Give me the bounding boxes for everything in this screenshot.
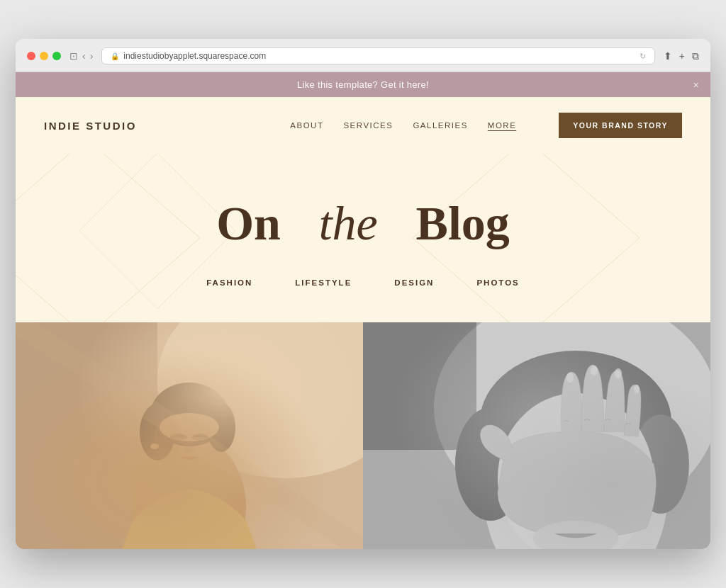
hero-title-blog: Blog xyxy=(416,196,510,250)
svg-point-15 xyxy=(184,445,195,452)
nav-more[interactable]: MORE xyxy=(488,121,517,130)
traffic-lights xyxy=(27,52,61,60)
traffic-light-green[interactable] xyxy=(52,52,61,60)
window-icon[interactable]: ⊡ xyxy=(69,50,78,62)
svg-point-33 xyxy=(615,368,622,378)
website-content: Like this template? Get it here! × INDIE… xyxy=(16,72,710,549)
browser-actions: ⬆ + ⧉ xyxy=(664,50,699,62)
new-tab-icon[interactable]: + xyxy=(679,50,685,62)
hero-section: On the Blog FASHION LIFESTYLE DESIGN PHO… xyxy=(16,154,710,322)
blog-images-grid xyxy=(16,322,710,549)
banner-text: Like this template? Get it here! xyxy=(297,79,429,90)
svg-point-25 xyxy=(632,414,689,514)
svg-point-6 xyxy=(133,436,246,549)
tabs-icon[interactable]: ⧉ xyxy=(692,50,699,62)
svg-point-30 xyxy=(593,470,596,473)
svg-point-8 xyxy=(154,398,225,480)
svg-rect-21 xyxy=(363,322,476,450)
hero-title-on: On xyxy=(216,196,281,250)
nav-links: ABOUT SERVICES GALLERIES MORE YOUR BRAND… xyxy=(290,113,682,138)
svg-rect-7 xyxy=(175,446,203,482)
svg-point-32 xyxy=(591,366,598,375)
lock-icon: 🔒 xyxy=(111,52,119,60)
back-button[interactable]: ‹ xyxy=(82,50,86,62)
nav-about[interactable]: ABOUT xyxy=(290,121,323,130)
svg-point-23 xyxy=(480,351,671,492)
banner-close-button[interactable]: × xyxy=(693,79,699,91)
svg-point-16 xyxy=(150,443,159,449)
blog-categories: FASHION LIFESTYLE DESIGN PHOTOS xyxy=(44,278,682,287)
svg-point-31 xyxy=(566,373,574,383)
svg-point-17 xyxy=(154,418,182,460)
svg-point-13 xyxy=(170,434,187,441)
svg-line-18 xyxy=(16,322,363,549)
svg-point-10 xyxy=(140,404,175,460)
svg-point-29 xyxy=(588,468,597,477)
traffic-light-red[interactable] xyxy=(27,52,35,60)
blog-image-left[interactable] xyxy=(16,322,363,549)
navigation: INDIE STUDIO ABOUT SERVICES GALLERIES MO… xyxy=(16,97,710,154)
nav-services[interactable]: SERVICES xyxy=(343,121,393,130)
svg-point-28 xyxy=(584,465,598,480)
hero-title: On the Blog xyxy=(44,196,682,250)
forward-button[interactable]: › xyxy=(90,50,94,62)
svg-rect-3 xyxy=(16,322,363,549)
svg-point-14 xyxy=(191,434,208,441)
address-bar[interactable]: 🔒 indiestudiobyapplet.squarespace.com ↻ xyxy=(101,47,654,64)
hero-title-the: the xyxy=(319,196,378,250)
site-logo[interactable]: INDIE STUDIO xyxy=(44,120,137,132)
browser-nav-controls: ⊡ ‹ › xyxy=(69,50,93,62)
category-fashion[interactable]: FASHION xyxy=(206,278,252,287)
svg-point-24 xyxy=(455,407,526,521)
svg-point-11 xyxy=(207,402,235,452)
svg-point-35 xyxy=(533,521,618,549)
svg-point-26 xyxy=(498,393,654,549)
svg-point-27 xyxy=(577,463,603,480)
share-icon[interactable]: ⬆ xyxy=(664,50,672,62)
blog-image-right[interactable] xyxy=(363,322,710,549)
svg-point-4 xyxy=(157,322,363,478)
brand-story-button[interactable]: YOUR BRAND STORY xyxy=(559,113,682,138)
url-text: indiestudiobyapplet.squarespace.com xyxy=(123,51,266,61)
category-photos[interactable]: PHOTOS xyxy=(476,278,519,287)
traffic-light-yellow[interactable] xyxy=(40,52,48,60)
category-design[interactable]: DESIGN xyxy=(394,278,434,287)
nav-galleries[interactable]: GALLERIES xyxy=(413,121,467,130)
browser-chrome: ⊡ ‹ › 🔒 indiestudiobyapplet.squarespace.… xyxy=(16,39,710,72)
svg-point-22 xyxy=(484,379,668,549)
svg-point-34 xyxy=(634,385,640,393)
browser-window: ⊡ ‹ › 🔒 indiestudiobyapplet.squarespace.… xyxy=(16,39,710,549)
svg-point-12 xyxy=(160,413,219,441)
svg-point-20 xyxy=(434,322,710,521)
svg-rect-19 xyxy=(363,322,710,549)
category-lifestyle[interactable]: LIFESTYLE xyxy=(295,278,352,287)
reload-icon[interactable]: ↻ xyxy=(640,52,646,61)
svg-rect-5 xyxy=(16,322,157,549)
svg-point-9 xyxy=(150,383,228,446)
announcement-banner: Like this template? Get it here! × xyxy=(16,72,710,97)
